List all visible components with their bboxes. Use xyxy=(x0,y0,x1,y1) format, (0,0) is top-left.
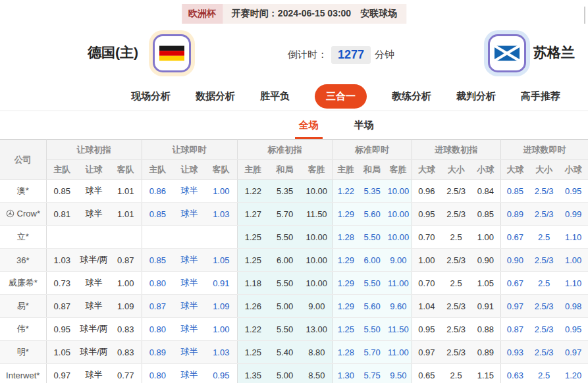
odds-cell: 10.00 xyxy=(301,180,333,203)
germany-flag-icon xyxy=(159,45,184,61)
odds-cell: 1.10 xyxy=(558,272,588,295)
odds-cell: 1.05 xyxy=(471,272,500,295)
company-name: 威廉希* xyxy=(9,277,38,289)
company-cell[interactable]: 伟* xyxy=(0,318,46,341)
table-row: 明*1.05球半/两0.830.89球半1.031.255.408.801.28… xyxy=(0,341,588,364)
odds-cell: 5.35 xyxy=(359,180,385,203)
period-subtabs-inner: 全场半场 xyxy=(295,111,378,139)
odds-table-head: 公司让球初指让球即时标准初指标准即时进球数初指进球数即时主队让球客队主队让球客队… xyxy=(0,140,588,180)
odds-cell: 2.5 xyxy=(529,364,558,383)
odds-cell: 球半 xyxy=(173,249,205,272)
table-row: 澳*0.85球半1.010.86球半1.001.225.3510.001.225… xyxy=(0,180,588,203)
odds-cell: 1.10 xyxy=(558,226,588,249)
odds-cell: 0.95 xyxy=(46,318,78,341)
odds-cell: 6.00 xyxy=(359,249,385,272)
odds-cell: 2.5/3 xyxy=(441,203,471,226)
column-header: 客胜 xyxy=(385,160,412,180)
odds-cell: 0.96 xyxy=(412,180,441,203)
column-header: 小球 xyxy=(558,160,588,180)
odds-cell: 1.00 xyxy=(205,318,237,341)
odds-cell: 1.00 xyxy=(471,226,500,249)
odds-cell: 0.84 xyxy=(471,180,500,203)
odds-cell: 1.01 xyxy=(110,203,142,226)
odds-cell: 9.60 xyxy=(385,295,412,318)
odds-cell: 1.22 xyxy=(237,180,269,203)
table-row: 伟*0.95球半/两0.830.80球半1.001.225.5013.001.2… xyxy=(0,318,588,341)
match-strip: 欧洲杯 开赛时间：2024-06-15 03:00 安联球场 xyxy=(182,4,406,24)
odds-cell: 0.87 xyxy=(500,318,529,341)
column-header: 主胜 xyxy=(237,160,269,180)
countdown-unit: 分钟 xyxy=(375,49,394,61)
odds-cell: 0.65 xyxy=(412,364,441,383)
odds-cell: 球半 xyxy=(173,341,205,364)
company-name: 伟* xyxy=(17,323,29,335)
odds-cell: 0.97 xyxy=(558,341,588,364)
scotland-flag-icon xyxy=(494,45,520,62)
odds-cell: 2.5/3 xyxy=(441,180,471,203)
column-header: 大球 xyxy=(412,160,441,180)
odds-cell: 1.05 xyxy=(46,341,78,364)
column-header: 大小 xyxy=(441,160,471,180)
odds-cell: 1.00 xyxy=(558,249,588,272)
company-cell[interactable]: 36* xyxy=(0,249,46,272)
column-header: 和局 xyxy=(359,160,385,180)
company-cell[interactable]: 立* xyxy=(0,226,46,249)
odds-cell: 0.67 xyxy=(500,272,529,295)
tab-data-analysis[interactable]: 数据分析 xyxy=(196,90,235,103)
company-cell[interactable]: 威廉希* xyxy=(0,272,46,295)
tab-three-in-one[interactable]: 三合一 xyxy=(315,84,367,109)
company-cell[interactable]: Interwet* xyxy=(0,364,46,383)
odds-cell: 1.09 xyxy=(110,295,142,318)
page-edge-divider xyxy=(584,7,585,24)
odds-cell: 0.85 xyxy=(142,249,173,272)
odds-cell: 2.5/3 xyxy=(441,295,471,318)
odds-cell: 11.50 xyxy=(385,318,412,341)
odds-cell: 0.70 xyxy=(412,226,441,249)
odds-cell: 10.00 xyxy=(301,226,333,249)
away-flag-box xyxy=(488,34,526,72)
company-cell[interactable]: 澳* xyxy=(0,180,46,203)
odds-cell: 5.00 xyxy=(269,364,301,383)
company-name: 立* xyxy=(17,231,29,243)
odds-cell: 0.89 xyxy=(142,341,173,364)
odds-cell: 2.5/3 xyxy=(529,295,558,318)
company-cell[interactable]: 明* xyxy=(0,341,46,364)
tab-coach-analysis[interactable]: 教练分析 xyxy=(392,90,431,103)
match-info-strip: 欧洲杯 开赛时间：2024-06-15 03:00 安联球场 xyxy=(0,0,588,28)
odds-cell: 1.00 xyxy=(110,272,142,295)
odds-cell: 5.35 xyxy=(269,180,301,203)
odds-table: 公司让球初指让球即时标准初指标准即时进球数初指进球数即时主队让球客队主队让球客队… xyxy=(0,140,588,383)
tab-referee-analysis[interactable]: 裁判分析 xyxy=(456,90,496,103)
odds-cell: 0.89 xyxy=(500,203,529,226)
odds-cell: 0.91 xyxy=(471,295,500,318)
odds-cell: 1.28 xyxy=(333,341,359,364)
odds-cell: 2.5/3 xyxy=(529,318,558,341)
odds-cell: 0.95 xyxy=(558,180,588,203)
odds-cell: 9.00 xyxy=(301,295,333,318)
odds-cell: 2.5/3 xyxy=(441,341,471,364)
table-row: 威廉希*0.73球半1.000.80球半0.911.185.5010.001.2… xyxy=(0,272,588,295)
group-header: 让球初指 xyxy=(46,140,142,160)
tab-win-draw-lose[interactable]: 胜平负 xyxy=(260,90,290,103)
subtab-full-match[interactable]: 全场 xyxy=(295,111,323,139)
odds-cell: 0.95 xyxy=(205,364,237,383)
odds-cell: 10.00 xyxy=(385,180,412,203)
table-row: Crow*0.81球半1.010.85球半1.031.275.7011.501.… xyxy=(0,203,588,226)
odds-cell: 0.97 xyxy=(46,364,78,383)
company-cell[interactable]: Crow* xyxy=(0,203,46,226)
odds-cell: 球半 xyxy=(173,364,205,383)
odds-cell: 11.00 xyxy=(385,341,412,364)
odds-cell: 0.90 xyxy=(471,249,500,272)
odds-cell: 1.25 xyxy=(333,318,359,341)
column-header: 和局 xyxy=(269,160,301,180)
tab-expert-picks[interactable]: 高手推荐 xyxy=(521,90,560,103)
odds-table-body: 澳*0.85球半1.010.86球半1.001.225.3510.001.225… xyxy=(0,180,588,383)
odds-cell: 0.80 xyxy=(142,318,173,341)
odds-cell: 5.60 xyxy=(359,295,385,318)
company-cell[interactable]: 易* xyxy=(0,295,46,318)
subtab-half-match[interactable]: 半场 xyxy=(350,111,378,139)
odds-cell: 0.85 xyxy=(142,203,173,226)
tab-live-analysis[interactable]: 现场分析 xyxy=(131,90,171,103)
odds-cell: 1.22 xyxy=(237,318,269,341)
group-header: 让球即时 xyxy=(142,140,237,160)
